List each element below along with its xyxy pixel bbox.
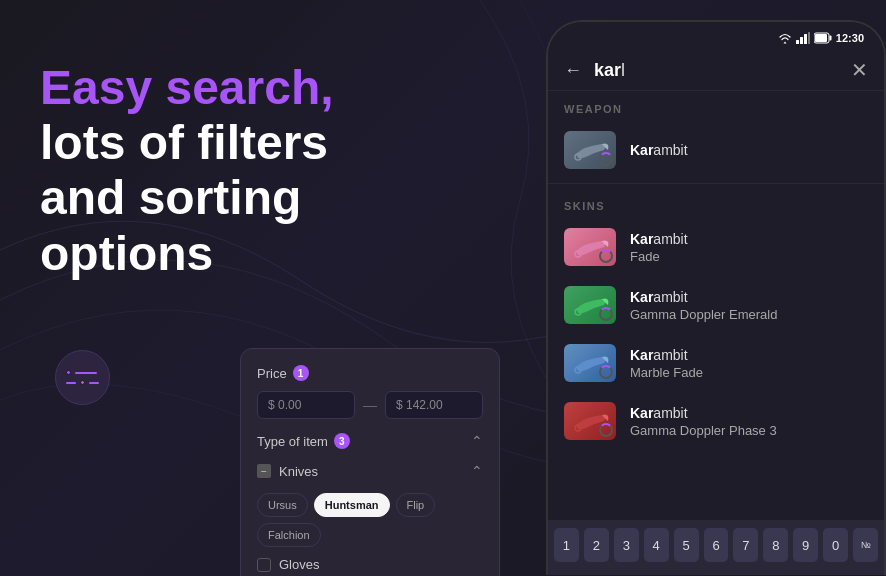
price-label-group: Price 1 [257,365,309,381]
key-5[interactable]: 5 [674,528,699,562]
gloves-label-group: Gloves [257,557,483,572]
name-rest-1: ambit [653,142,687,158]
filter-line-2 [66,380,99,385]
wifi-icon [778,32,792,44]
svg-rect-2 [804,34,807,44]
knives-chevron-icon[interactable]: ⌃ [471,463,483,479]
type-label: Type of item [257,434,328,449]
skin-result-text-marble: Karambit Marble Fade [630,346,703,379]
name-rest-gamma: ambit [653,289,687,305]
weapon-result-name-1: Karambit [630,141,688,159]
weapon-result-text-1: Karambit [630,141,688,159]
search-highlight: kar [594,60,621,80]
status-right: 12:30 [778,32,864,44]
key-2[interactable]: 2 [584,528,609,562]
left-panel: Easy search, lots of filters and sorting… [40,60,460,281]
skin-result-sub-gamma: Gamma Doppler Emerald [630,307,777,322]
svg-rect-3 [808,32,810,44]
skin-thumbnail-phase3 [564,402,616,440]
filter-card: Price 1 $ 0.00 — $ 142.00 Type of item 3… [240,348,500,576]
name-highlight-marble: Kar [630,347,653,363]
skin-thumbnail-gamma [564,286,616,324]
loading-indicator-4 [599,365,613,379]
key-8[interactable]: 8 [763,528,788,562]
headline-line2: lots of filters [40,116,328,169]
search-bar[interactable]: ← karl ✕ [548,50,884,91]
key-0[interactable]: 0 [823,528,848,562]
svg-rect-0 [796,40,799,44]
filter-icon-circle[interactable] [55,350,110,405]
phone-screen: 12:30 ← karl ✕ WEAPON [548,22,884,575]
skin-result-marble[interactable]: Karambit Marble Fade [548,334,884,392]
phone-mockup: 12:30 ← karl ✕ WEAPON [546,20,886,575]
knives-minus-icon[interactable]: − [257,464,271,478]
key-num[interactable]: № [853,528,878,562]
skin-result-text-fade: Karambit Fade [630,230,688,263]
knives-row: − Knives ⌃ [257,459,483,483]
skin-result-sub-marble: Marble Fade [630,365,703,380]
skin-thumbnail-marble [564,344,616,382]
weapon-result-karambit[interactable]: Karambit [548,121,884,179]
name-highlight-1: Kar [630,142,653,158]
loading-indicator-2 [599,249,613,263]
key-3[interactable]: 3 [614,528,639,562]
name-rest-marble: ambit [653,347,687,363]
knife-tag-ursus[interactable]: Ursus [257,493,308,517]
gloves-checkbox[interactable] [257,558,271,572]
type-badge: 3 [334,433,350,449]
loading-indicator-1 [599,152,613,166]
price-min-input[interactable]: $ 0.00 [257,391,355,419]
headline-highlight: Easy search, [40,61,334,114]
svg-rect-1 [800,37,803,44]
keyboard[interactable]: 1 2 3 4 5 6 7 8 9 0 № [548,520,884,575]
name-rest-fade: ambit [653,231,687,247]
filter-bar-2b [89,382,99,384]
search-rest: l [621,60,625,80]
skin-result-name-marble: Karambit [630,346,703,364]
loading-indicator-5 [599,423,613,437]
knives-label-group: − Knives [257,464,318,479]
battery-icon [814,32,832,44]
gloves-row: Gloves [257,557,483,572]
back-button[interactable]: ← [564,60,582,81]
knife-tag-flip[interactable]: Flip [396,493,436,517]
skin-result-name-phase3: Karambit [630,404,777,422]
weapon-thumbnail-1 [564,131,616,169]
keyboard-row-1: 1 2 3 4 5 6 7 8 9 0 № [554,528,878,562]
key-6[interactable]: 6 [704,528,729,562]
skin-result-text-gamma: Karambit Gamma Doppler Emerald [630,288,777,321]
skin-thumbnail-fade [564,228,616,266]
skin-result-name-fade: Karambit [630,230,688,248]
skin-result-name-gamma: Karambit [630,288,777,306]
price-max-input[interactable]: $ 142.00 [385,391,483,419]
gloves-label: Gloves [279,557,319,572]
key-7[interactable]: 7 [733,528,758,562]
type-chevron-icon[interactable]: ⌃ [471,433,483,449]
key-9[interactable]: 9 [793,528,818,562]
key-4[interactable]: 4 [644,528,669,562]
key-1[interactable]: 1 [554,528,579,562]
name-highlight-gamma: Kar [630,289,653,305]
skin-result-fade[interactable]: Karambit Fade [548,218,884,276]
skin-result-phase3[interactable]: Karambit Gamma Doppler Phase 3 [548,392,884,450]
knife-tags: Ursus Huntsman Flip Falchion [257,493,483,547]
section-label-weapon: WEAPON [548,91,884,121]
search-clear-button[interactable]: ✕ [851,58,868,82]
skin-result-gamma[interactable]: Karambit Gamma Doppler Emerald [548,276,884,334]
skin-result-sub-fade: Fade [630,249,688,264]
skin-result-sub-phase3: Gamma Doppler Phase 3 [630,423,777,438]
search-input-display[interactable]: karl [594,60,839,81]
filter-line-1 [66,370,99,375]
section-label-skins: SKINS [548,188,884,218]
knife-tag-huntsman[interactable]: Huntsman [314,493,390,517]
price-row: Price 1 [257,365,483,381]
svg-rect-5 [829,36,831,41]
name-highlight-phase3: Kar [630,405,653,421]
svg-rect-6 [815,34,827,42]
knife-tag-falchion[interactable]: Falchion [257,523,321,547]
price-dash: — [363,397,377,413]
signal-icon [796,32,810,44]
headline-line4: options [40,227,213,280]
type-label-group: Type of item 3 [257,433,350,449]
divider-1 [548,183,884,184]
